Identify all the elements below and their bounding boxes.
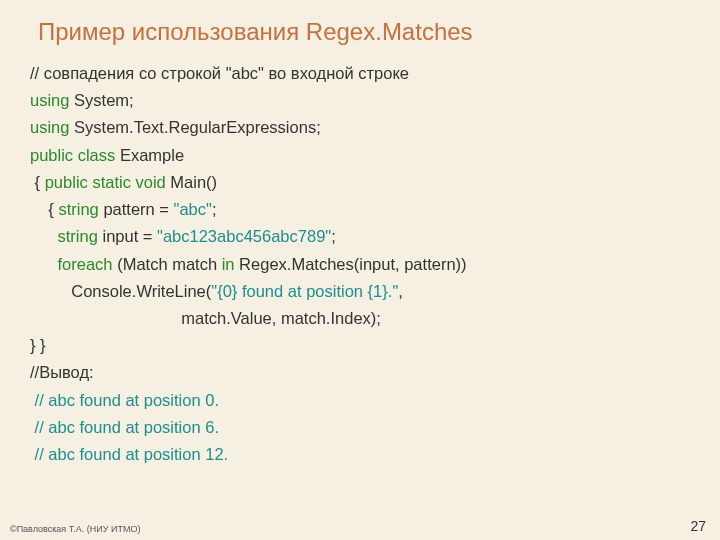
code-line: string input = "abc123abc456abc789"; [30,223,690,250]
string-literal: "abc123abc456abc789" [157,227,331,245]
code-text: Example [115,146,184,164]
code-text: ; [331,227,336,245]
code-text: System; [69,91,133,109]
keyword: in [222,255,235,273]
output-line: // abc found at position 12. [30,441,690,468]
code-text: input = [98,227,157,245]
slide-container: Пример использования Regex.Matches // со… [0,0,720,468]
code-line: match.Value, match.Index); [30,305,690,332]
code-text: ; [212,200,217,218]
string-literal: "{0} found at position {1}." [211,282,398,300]
keyword: public class [30,146,115,164]
code-text: pattern = [99,200,174,218]
code-text: { [30,200,58,218]
code-block: // совпадения со строкой "abc" во входно… [30,60,690,468]
code-line: foreach (Match match in Regex.Matches(in… [30,251,690,278]
keyword: public static void [45,173,166,191]
code-line: } } [30,332,690,359]
keyword: string [58,227,98,245]
code-text: Regex.Matches(input, pattern)) [235,255,467,273]
keyword: foreach [58,255,113,273]
code-line: { public static void Main() [30,169,690,196]
output-line: // abc found at position 6. [30,414,690,441]
code-text [30,227,58,245]
page-number: 27 [690,518,706,534]
string-literal: "abc" [174,200,212,218]
slide-title: Пример использования Regex.Matches [38,18,690,46]
output-line: // abc found at position 0. [30,387,690,414]
code-text: (Match match [113,255,222,273]
code-line: { string pattern = "abc"; [30,196,690,223]
code-line: Console.WriteLine("{0} found at position… [30,278,690,305]
keyword: using [30,118,69,136]
footer-copyright: ©Павловская Т.А. (НИУ ИТМО) [10,524,140,534]
keyword: string [58,200,98,218]
code-text: Console.WriteLine( [30,282,211,300]
code-text: Main() [166,173,217,191]
code-line: public class Example [30,142,690,169]
code-line: // совпадения со строкой "abc" во входно… [30,60,690,87]
code-line: using System; [30,87,690,114]
keyword: using [30,91,69,109]
code-text: , [398,282,403,300]
code-line: using System.Text.RegularExpressions; [30,114,690,141]
code-text: System.Text.RegularExpressions; [69,118,320,136]
code-line: //Вывод: [30,359,690,386]
code-text [30,255,58,273]
code-text: { [30,173,45,191]
